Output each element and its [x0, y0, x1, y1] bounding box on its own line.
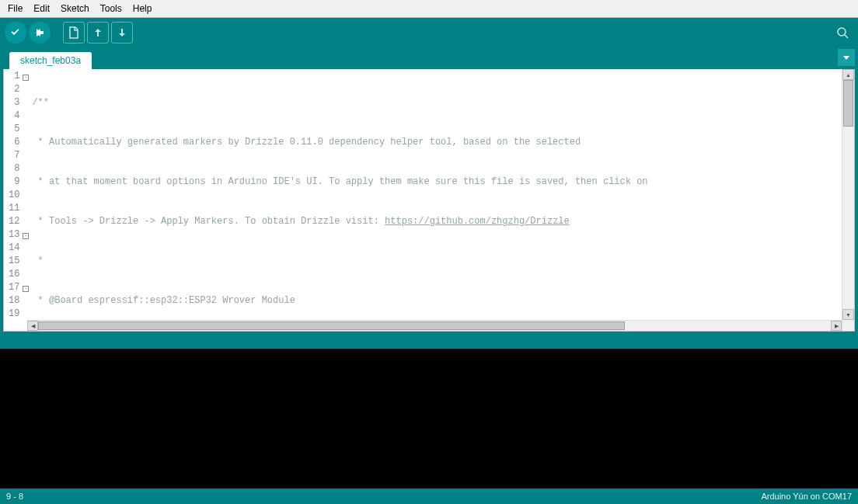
code-area[interactable]: /** * Automatically generated markers by…	[30, 69, 842, 331]
code-text: * @Board espressif::esp32::ESP32 Wrover …	[32, 295, 295, 306]
code-editor[interactable]: 12345678910111213141516171819 --- /** * …	[3, 69, 855, 332]
svg-point-0	[838, 28, 846, 36]
scroll-up-button[interactable]: ▲	[842, 69, 854, 80]
new-button[interactable]	[63, 22, 85, 43]
tab-sketch[interactable]: sketch_feb03a	[9, 52, 92, 69]
menubar: File Edit Sketch Tools Help	[0, 0, 858, 18]
open-button[interactable]	[87, 22, 109, 43]
scroll-right-button[interactable]: ▶	[831, 321, 842, 331]
upload-button[interactable]	[29, 22, 51, 43]
statusbar: 9 - 8 Arduino Yún on COM17	[0, 488, 858, 504]
tab-row: sketch_feb03a	[0, 47, 858, 69]
status-cursor-pos: 9 - 8	[6, 492, 23, 501]
code-text: * Automatically generated markers by Dri…	[32, 137, 581, 148]
code-text: /**	[32, 97, 49, 108]
scroll-thumb[interactable]	[843, 80, 853, 127]
save-button[interactable]	[111, 22, 133, 43]
code-link[interactable]: https://github.com/zhgzhg/Drizzle	[385, 216, 570, 227]
line-gutter: 12345678910111213141516171819	[4, 69, 23, 331]
horizontal-scrollbar[interactable]: ◀ ▶	[27, 320, 842, 331]
scroll-thumb[interactable]	[38, 322, 625, 330]
menu-sketch[interactable]: Sketch	[56, 2, 94, 16]
scroll-left-button[interactable]: ◀	[27, 321, 38, 331]
code-text: *	[32, 255, 43, 266]
status-board-port: Arduino Yún on COM17	[761, 492, 852, 501]
vertical-scrollbar[interactable]: ▲ ▼	[842, 69, 854, 331]
tab-menu-button[interactable]	[838, 49, 855, 66]
code-text: * at that moment board options in Arduin…	[32, 176, 647, 187]
toolbar	[0, 18, 858, 47]
serial-monitor-button[interactable]	[832, 22, 853, 43]
menu-help[interactable]: Help	[128, 2, 157, 16]
output-console[interactable]	[0, 349, 858, 488]
verify-button[interactable]	[5, 22, 26, 43]
fold-column: ---	[23, 69, 30, 331]
scroll-track[interactable]	[38, 321, 831, 331]
divider	[0, 332, 858, 349]
scroll-down-button[interactable]: ▼	[842, 309, 854, 320]
menu-tools[interactable]: Tools	[96, 2, 127, 16]
menu-edit[interactable]: Edit	[29, 2, 54, 16]
code-text: * Tools -> Drizzle -> Apply Markers. To …	[32, 216, 385, 227]
menu-file[interactable]: File	[3, 2, 27, 16]
